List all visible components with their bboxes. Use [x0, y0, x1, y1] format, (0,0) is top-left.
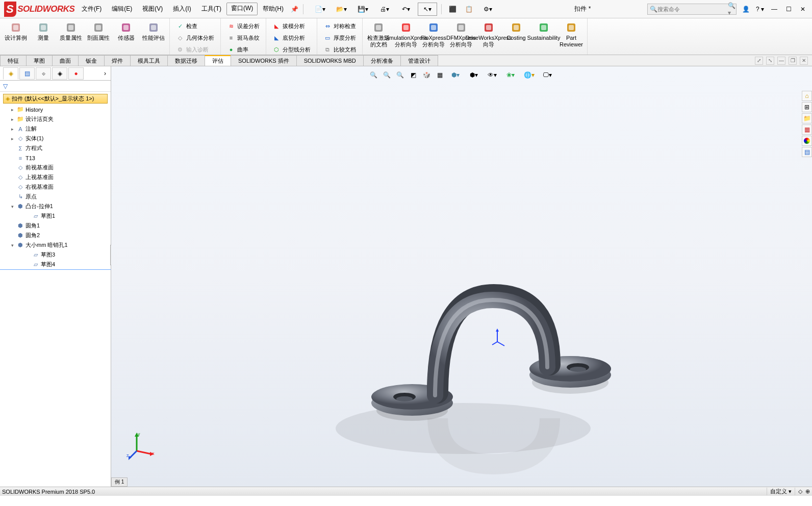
viewport-tab[interactable]: 例 1	[111, 477, 128, 487]
tree-tab-properties[interactable]: ▤	[19, 67, 35, 80]
zoom-fit-button[interactable]: 🔍	[368, 69, 379, 81]
ribbon-几何体分析[interactable]: ◇几何体分析	[173, 32, 217, 43]
tab-曲面[interactable]: 曲面	[52, 55, 79, 66]
select-button[interactable]: ↖▾	[418, 3, 437, 16]
menu-文件[interactable]: 文件(F)	[77, 3, 107, 15]
ribbon-底切分析[interactable]: ◣底切分析	[269, 32, 314, 43]
ribbon-PartReviewer[interactable]: Part Reviewer	[557, 19, 585, 50]
close-button[interactable]: ✕	[798, 4, 808, 14]
ribbon-误差分析[interactable]: ≋误差分析	[224, 20, 263, 32]
tree-root-node[interactable]: ◈ 扣件 (默认<<默认>_显示状态 1>)	[3, 94, 108, 104]
ribbon-分型线分析[interactable]: ⬡分型线分析	[269, 44, 314, 55]
tree-toggle[interactable]: ▾	[9, 204, 15, 209]
zoom-prev-button[interactable]: 🔍	[394, 69, 405, 81]
tab-SOLIDWORKS 插件[interactable]: SOLIDWORKS 插件	[231, 55, 297, 66]
tree-item-右视基准面[interactable]: ◇右视基准面	[0, 182, 111, 192]
tab-焊件[interactable]: 焊件	[104, 55, 131, 66]
doc-close-button[interactable]: ✕	[800, 57, 808, 65]
new-button[interactable]: 📄▾	[311, 3, 330, 16]
zoom-area-button[interactable]: 🔍	[381, 69, 392, 81]
tree-item-设计活页夹[interactable]: ▸📁设计活页夹	[0, 114, 111, 124]
tree-item-草图1[interactable]: ▱草图1	[0, 211, 111, 221]
tree-item-圆角1[interactable]: ⬢圆角1	[0, 221, 111, 231]
view-triad[interactable]: y x z	[126, 431, 157, 461]
tree-toggle[interactable]: ▸	[9, 117, 15, 122]
tree-item-实体(1)[interactable]: ▸◇实体(1)	[0, 134, 111, 143]
ribbon-比较文档[interactable]: ⧉比较文档	[320, 44, 359, 55]
open-button[interactable]: 📂▾	[332, 3, 351, 16]
side-custom-button[interactable]: ▤	[802, 147, 812, 157]
tree-tab-dimx[interactable]: ◈	[52, 67, 67, 80]
tree-item-前视基准面[interactable]: ◇前视基准面	[0, 163, 111, 172]
doc-restore-button[interactable]: ❐	[789, 57, 797, 65]
tree-tab-config[interactable]: ⟐	[36, 67, 51, 80]
ribbon-传感器[interactable]: 传感器	[112, 19, 140, 43]
minimize-button[interactable]: —	[769, 4, 779, 14]
maximize-button[interactable]: ☐	[783, 4, 794, 14]
save-button[interactable]: 💾▾	[353, 3, 373, 16]
scene-button[interactable]: 👁▾	[484, 69, 500, 81]
expand-left-button[interactable]: ⤢	[755, 57, 763, 65]
tree-item-原点[interactable]: ↳原点	[0, 192, 111, 201]
options-button[interactable]: 📋	[462, 3, 476, 16]
search-dropdown-icon[interactable]: 🔍▾	[728, 2, 735, 16]
status-custom-button[interactable]: 自定义 ▾	[767, 488, 795, 495]
rebuild-button[interactable]: ⬛	[446, 3, 460, 16]
ribbon-Costing[interactable]: Costing	[502, 19, 530, 43]
ribbon-斑马条纹[interactable]: ≡斑马条纹	[224, 32, 263, 43]
expand-right-button[interactable]: ⤡	[766, 57, 774, 65]
view-orient-button[interactable]: 🎲	[421, 69, 432, 81]
menu-窗口[interactable]: 窗口(W)	[226, 3, 258, 15]
ribbon-厚度分析[interactable]: ▭厚度分析	[320, 32, 359, 43]
status-lock-icon[interactable]: ◇	[798, 488, 802, 495]
ribbon-质量属性[interactable]: 质量属性	[57, 19, 85, 43]
display-style-button[interactable]: ▦	[434, 69, 445, 81]
apply-scene-button[interactable]: ❀▾	[502, 69, 519, 81]
tab-特征[interactable]: 特征	[0, 55, 27, 66]
tree-tab-more[interactable]: ›	[99, 70, 111, 77]
tree-tab-appearance[interactable]: ●	[68, 67, 84, 80]
tab-钣金[interactable]: 钣金	[78, 55, 105, 66]
doc-minimize-button[interactable]: —	[777, 57, 785, 65]
menu-编辑[interactable]: 编辑(E)	[107, 3, 137, 15]
ribbon-FloXpress分析向导[interactable]: FloXpress 分析向导	[420, 19, 447, 50]
side-resources-button[interactable]: ⊞	[802, 102, 812, 112]
ribbon-性能评估[interactable]: 性能评估	[140, 19, 167, 43]
tree-item-方程式[interactable]: Σ方程式	[0, 143, 111, 153]
tree-item-圆角2[interactable]: ⬢圆角2	[0, 231, 111, 240]
tree-toggle[interactable]: ▸	[9, 127, 15, 132]
ribbon-对称检查[interactable]: ⇔对称检查	[320, 20, 359, 32]
side-view-palette-button[interactable]: ▦	[802, 124, 812, 135]
tree-item-草图4[interactable]: ▱草图4	[0, 260, 111, 269]
tab-分析准备[interactable]: 分析准备	[363, 55, 401, 66]
ribbon-曲率[interactable]: ●曲率	[224, 44, 263, 55]
tree-toggle[interactable]: ▸	[9, 107, 15, 112]
ribbon-测量[interactable]: 测量	[30, 19, 57, 43]
tab-管道设计[interactable]: 管道设计	[400, 55, 438, 66]
edit-appearance-button[interactable]: ⬢▾	[466, 69, 482, 81]
ribbon-SimulationXpress分析向导[interactable]: SimulationXpress 分析向导	[392, 19, 420, 50]
ribbon-Sustainability[interactable]: Sustainability	[530, 19, 557, 43]
settings-button[interactable]: ⚙▾	[478, 3, 498, 16]
tree-item-History[interactable]: ▸📁History	[0, 105, 111, 114]
user-button[interactable]: 👤	[741, 4, 751, 14]
help-button[interactable]: ? ▾	[755, 4, 765, 14]
tree-tab-features[interactable]: ◈	[3, 67, 18, 80]
tree-item-草图3[interactable]: ▱草图3	[0, 250, 111, 260]
tab-数据迁移[interactable]: 数据迁移	[167, 55, 205, 66]
side-appearance-button[interactable]	[802, 136, 812, 146]
search-input[interactable]	[657, 6, 728, 12]
view-settings-button[interactable]: 🌐▾	[521, 69, 537, 81]
side-home-button[interactable]: ⌂	[802, 91, 812, 101]
ribbon-检查[interactable]: ✓检查	[173, 20, 217, 32]
3d-viewport[interactable]: 🔍 🔍 🔍 ◩ 🎲 ▦ ⬢▾ ⬢▾ 👁▾ ❀▾ 🌐▾ 🖵▾	[111, 66, 812, 487]
menu-帮助[interactable]: 帮助(H)	[258, 3, 289, 15]
tree-toggle[interactable]: ▸	[9, 136, 15, 141]
menu-插入[interactable]: 插入(I)	[168, 3, 196, 15]
undo-button[interactable]: ↶▾	[396, 3, 416, 16]
tree-item-凸台-拉伸1[interactable]: ▾⬢凸台-拉伸1	[0, 201, 111, 211]
tree-item-T13[interactable]: ≡T13	[0, 153, 111, 163]
ribbon-拔模分析[interactable]: ◣拔模分析	[269, 20, 314, 32]
side-library-button[interactable]: 📁	[802, 113, 812, 123]
search-box[interactable]: 🔍 🔍▾	[647, 4, 737, 15]
